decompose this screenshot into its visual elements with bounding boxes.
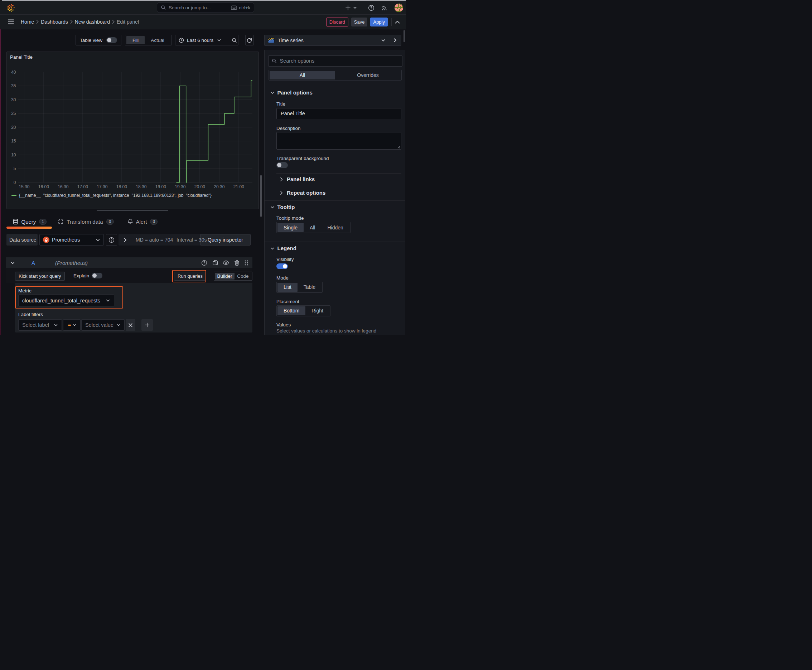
chevron-down-icon: [72, 323, 76, 327]
grafana-logo[interactable]: [7, 3, 15, 12]
tooltip-mode-hidden[interactable]: Hidden: [321, 223, 349, 232]
legend-visibility-toggle[interactable]: [276, 264, 288, 269]
placement-bottom[interactable]: Bottom: [278, 306, 305, 315]
options-tab-all[interactable]: All: [270, 71, 335, 80]
chevron-up-icon: [395, 20, 400, 24]
legend-swatch: [12, 195, 17, 196]
panel-description-textarea[interactable]: [276, 132, 401, 150]
annotation-metric: [15, 286, 123, 308]
select-value-dropdown[interactable]: Select value: [81, 319, 125, 331]
tab-alert[interactable]: Alert 0: [128, 219, 158, 225]
svg-text:16:00: 16:00: [38, 184, 49, 189]
save-button[interactable]: Save: [351, 17, 368, 27]
visualization-picker: Time series: [264, 35, 401, 46]
help-button[interactable]: [368, 5, 375, 11]
tooltip-heading: Tooltip: [278, 204, 295, 210]
collapse-query-icon[interactable]: [10, 261, 15, 265]
svg-text:40: 40: [11, 70, 16, 75]
operator-dropdown[interactable]: =: [63, 319, 81, 331]
query-datasource-name: (Prometheus): [55, 260, 88, 266]
options-tab-overrides[interactable]: Overrides: [335, 71, 401, 80]
tooltip-mode-all[interactable]: All: [303, 223, 322, 232]
table-view-toggle[interactable]: [106, 37, 117, 43]
query-inspector-button[interactable]: Query inspector: [200, 234, 251, 245]
builder-option[interactable]: Builder: [215, 273, 234, 279]
section-divider: [264, 200, 405, 201]
panel-title[interactable]: Panel Title: [10, 54, 32, 60]
panel-resize-handle[interactable]: [97, 210, 168, 211]
panel-options-heading: Panel options: [278, 90, 312, 96]
add-filter-button[interactable]: [141, 319, 153, 331]
select-label-dropdown[interactable]: Select label: [18, 319, 62, 331]
legend-series-label[interactable]: {__name__="cloudflared_tunnel_total_requ…: [19, 193, 212, 198]
fill-option[interactable]: Fill: [126, 36, 145, 44]
tooltip-header[interactable]: Tooltip: [270, 204, 295, 210]
drag-query-handle[interactable]: [244, 260, 249, 266]
placement-right[interactable]: Right: [305, 306, 329, 315]
explain-label: Explain: [73, 273, 89, 278]
explain-toggle[interactable]: [92, 273, 102, 278]
panel-actions: Discard Save Apply: [326, 15, 400, 29]
menu-toggle-button[interactable]: [8, 19, 14, 24]
user-avatar[interactable]: [395, 3, 403, 12]
tab-transform-data[interactable]: Transform data 0: [58, 219, 114, 225]
toggle-query-visibility-button[interactable]: [223, 260, 229, 265]
tooltip-mode-single[interactable]: Single: [278, 223, 303, 232]
legend-mode-list[interactable]: List: [278, 283, 298, 292]
section-divider: [264, 242, 405, 242]
duplicate-query-button[interactable]: [212, 260, 218, 266]
left-edge-strip: [0, 29, 1, 335]
news-button[interactable]: [381, 5, 388, 11]
options-search-input[interactable]: Search options: [268, 56, 402, 66]
repeat-options-header[interactable]: Repeat options: [280, 189, 325, 196]
breadcrumb-home[interactable]: Home: [21, 19, 34, 25]
new-menu-button[interactable]: [345, 5, 357, 11]
panel-title-input[interactable]: Panel Title: [276, 108, 401, 119]
kick-start-query-button[interactable]: Kick start your query: [15, 272, 65, 281]
breadcrumb-dashboards[interactable]: Dashboards: [41, 19, 68, 25]
chevron-down-icon: [381, 38, 386, 42]
select-label-placeholder: Select label: [22, 322, 54, 328]
breadcrumb-separator-icon: [70, 20, 73, 24]
legend-header[interactable]: Legend: [270, 245, 297, 251]
datasource-help-button[interactable]: [106, 234, 117, 245]
query-row-header[interactable]: A (Prometheus): [6, 257, 253, 268]
collapse-options-button[interactable]: [395, 20, 400, 24]
breadcrumb-separator-icon: [36, 20, 39, 24]
query-toolbar-row: Kick start your query Explain Run querie…: [6, 268, 253, 283]
fill-actual-group: Fill Actual: [125, 35, 172, 46]
chevron-right-icon: [280, 191, 283, 195]
help-icon: [368, 5, 375, 11]
transparent-bg-toggle[interactable]: [276, 162, 288, 168]
breadcrumb-new-dashboard[interactable]: New dashboard: [75, 19, 110, 25]
time-range-picker[interactable]: Last 6 hours: [175, 35, 230, 45]
chevron-right-icon: [123, 238, 127, 242]
refresh-button[interactable]: [245, 35, 254, 46]
legend-mode-table[interactable]: Table: [298, 283, 322, 292]
actual-option[interactable]: Actual: [145, 36, 170, 44]
chevron-down-icon: [116, 323, 120, 327]
svg-text:17:00: 17:00: [77, 184, 88, 189]
options-pane-scrollbar[interactable]: [403, 30, 405, 42]
visualization-name: Time series: [278, 37, 378, 43]
expand-options-button[interactable]: [123, 238, 127, 242]
remove-filter-button[interactable]: [125, 319, 135, 331]
apply-button[interactable]: Apply: [370, 17, 388, 27]
title-field-label: Title: [276, 101, 285, 107]
delete-query-button[interactable]: [234, 260, 239, 266]
chevron-down-icon: [353, 6, 357, 10]
search-icon: [272, 58, 277, 63]
datasource-select[interactable]: Prometheus: [39, 234, 104, 245]
code-option[interactable]: Code: [234, 273, 251, 279]
zoom-out-button[interactable]: [230, 35, 238, 45]
discard-button[interactable]: Discard: [326, 17, 348, 27]
query-help-button[interactable]: [201, 260, 207, 266]
panel-options-header[interactable]: Panel options: [270, 90, 312, 96]
toggle-viz-suggestions-button[interactable]: [389, 35, 401, 46]
panel-links-header[interactable]: Panel links: [280, 176, 315, 182]
chevron-down-icon: [217, 38, 221, 42]
visualization-select[interactable]: Time series: [264, 35, 389, 46]
global-search-input[interactable]: Search or jump to... ctrl+k: [157, 2, 254, 13]
left-pane-scrollbar[interactable]: [260, 175, 262, 217]
tab-query[interactable]: Query 1: [13, 219, 47, 225]
